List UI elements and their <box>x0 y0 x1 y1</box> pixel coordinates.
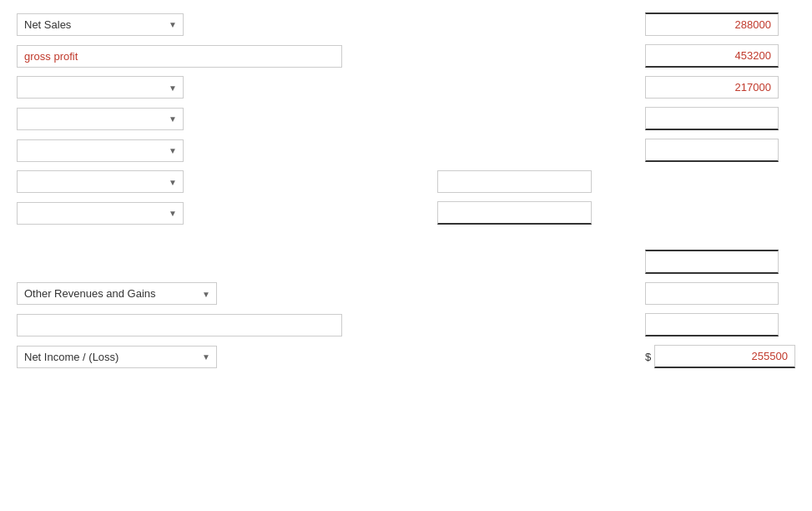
row7-select[interactable] <box>17 202 184 225</box>
net-sales-select-wrapper: Net Sales Revenue Other ▼ <box>17 13 184 36</box>
row8-value[interactable] <box>645 250 779 274</box>
gross-profit-right <box>645 44 795 68</box>
row3-value[interactable] <box>645 76 779 99</box>
net-sales-left: Net Sales Revenue Other ▼ <box>17 13 384 36</box>
gross-profit-value[interactable] <box>645 44 779 68</box>
row5-select-wrapper: ▼ <box>17 139 184 162</box>
row6-mid <box>384 170 645 193</box>
row6: ▼ <box>17 170 795 193</box>
other-revenues-left: Other Revenues and Gains Other Income ▼ <box>17 282 384 305</box>
other-revenues-right <box>645 282 795 305</box>
net-income-select-wrapper: Net Income / (Loss) Net Income Net Loss … <box>17 346 217 368</box>
row9-right <box>645 313 795 336</box>
row4-select[interactable] <box>17 108 184 130</box>
row8-right <box>645 250 795 274</box>
dollar-sign: $ <box>645 351 651 363</box>
net-sales-right <box>645 13 795 36</box>
net-income-value[interactable] <box>654 345 795 368</box>
net-sales-select[interactable]: Net Sales Revenue Other <box>17 13 184 36</box>
row7-select-wrapper: ▼ <box>17 202 184 225</box>
row7: ▼ <box>17 201 795 225</box>
row9-left <box>17 314 384 336</box>
page-container: Net Sales Revenue Other ▼ <box>0 0 812 511</box>
row6-select-wrapper: ▼ <box>17 170 184 193</box>
row5: ▼ <box>17 139 795 162</box>
row6-mid-input[interactable] <box>437 170 592 193</box>
row5-right <box>645 139 795 162</box>
other-revenues-row: Other Revenues and Gains Other Income ▼ <box>17 282 795 305</box>
gross-profit-input[interactable] <box>17 45 342 68</box>
row9-input[interactable] <box>17 314 342 336</box>
row5-value[interactable] <box>645 139 779 162</box>
row4-select-wrapper: ▼ <box>17 108 184 130</box>
net-income-select[interactable]: Net Income / (Loss) Net Income Net Loss <box>17 346 217 368</box>
net-sales-value[interactable] <box>645 13 779 36</box>
row4-right <box>645 107 795 130</box>
net-income-right: $ <box>645 345 795 368</box>
row4: ▼ <box>17 107 795 130</box>
row7-left: ▼ <box>17 202 384 225</box>
row5-left: ▼ <box>17 139 384 162</box>
row9 <box>17 313 795 336</box>
row5-select[interactable] <box>17 139 184 162</box>
row3-left: ▼ <box>17 76 384 99</box>
row7-mid-container <box>437 201 592 225</box>
row6-select[interactable] <box>17 170 184 193</box>
net-income-row: Net Income / (Loss) Net Income Net Loss … <box>17 345 795 368</box>
row3: ▼ <box>17 76 795 99</box>
row3-select-wrapper: ▼ <box>17 76 184 99</box>
gross-profit-row <box>17 44 795 68</box>
net-income-value-container: $ <box>645 345 795 368</box>
gross-profit-left <box>17 45 384 68</box>
other-revenues-select[interactable]: Other Revenues and Gains Other Income <box>17 282 217 305</box>
other-revenues-select-wrapper: Other Revenues and Gains Other Income ▼ <box>17 282 217 305</box>
other-revenues-value[interactable] <box>645 282 779 305</box>
net-income-left: Net Income / (Loss) Net Income Net Loss … <box>17 346 384 368</box>
row8 <box>17 250 795 274</box>
row3-right <box>645 76 795 99</box>
row4-left: ▼ <box>17 108 384 130</box>
spacer1 <box>17 233 795 250</box>
row7-mid <box>384 201 645 225</box>
row3-select[interactable] <box>17 76 184 99</box>
row7-mid-input[interactable] <box>437 201 592 225</box>
row4-value[interactable] <box>645 107 779 130</box>
row9-value[interactable] <box>645 313 779 336</box>
row6-left: ▼ <box>17 170 384 193</box>
net-sales-row: Net Sales Revenue Other ▼ <box>17 13 795 36</box>
